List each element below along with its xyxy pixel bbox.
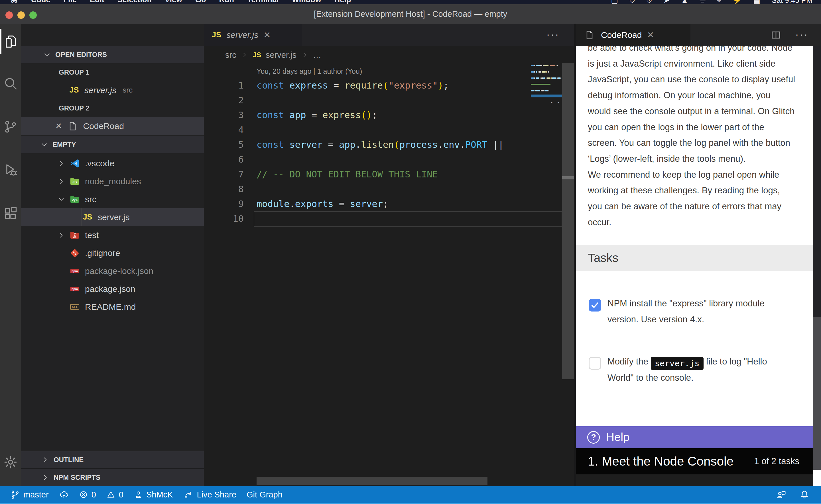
tree-item-test[interactable]: test xyxy=(21,226,204,244)
tree-item-package-lock.json[interactable]: npmpackage-lock.json xyxy=(21,262,204,280)
open-editor-item-coderoad[interactable]: ✕CodeRoad xyxy=(21,117,204,135)
section-open-editors[interactable]: OPEN EDITORS xyxy=(21,46,204,63)
activity-explorer-icon[interactable] xyxy=(0,27,21,56)
open-editors-group-label[interactable]: GROUP 2 xyxy=(21,99,204,117)
menu-item-run[interactable]: Run xyxy=(219,0,234,4)
task-checkbox-1[interactable] xyxy=(589,299,601,312)
section-npm-scripts[interactable]: NPM SCRIPTS xyxy=(21,468,204,486)
chevron-right-icon[interactable] xyxy=(57,159,68,168)
tree-item-server.js[interactable]: JSserver.js xyxy=(21,208,204,226)
menubar-status-icon[interactable]: ⌯ xyxy=(700,0,706,4)
menu-status-icons: ▢⛉⛨➤▲⌯⌖⚡▤Sat 9:45 PM xyxy=(611,0,812,4)
code-text: module.exports = server; xyxy=(257,196,388,211)
code-line-7[interactable]: 7// -- DO NOT EDIT BELOW THIS LINE xyxy=(204,167,562,182)
code-line-9[interactable]: 9module.exports = server; xyxy=(204,196,562,211)
code-line-3[interactable]: 3const app = express(); xyxy=(204,108,562,122)
paragraph-line: you can open the logs in the lower part … xyxy=(588,122,804,132)
menubar-status-icon[interactable]: ▲ xyxy=(681,0,689,4)
help-section[interactable]: ? Help xyxy=(576,426,813,448)
menubar-status-icon[interactable]: ➤ xyxy=(663,0,670,4)
file-icon xyxy=(583,29,596,41)
status-live-share[interactable]: Live Share xyxy=(183,489,236,500)
open-editors-group-label[interactable]: GROUP 1 xyxy=(21,63,204,81)
tab-coderoad[interactable]: CodeRoad ✕ xyxy=(576,24,691,46)
menu-item-file[interactable]: File xyxy=(64,0,77,4)
tree-item-src[interactable]: </>src xyxy=(21,190,204,208)
menu-item-help[interactable]: Help xyxy=(334,0,351,4)
status-bell-icon[interactable] xyxy=(799,489,810,500)
coderoad-more-actions-icon[interactable]: ··· xyxy=(795,29,808,40)
scrollbar-handle[interactable] xyxy=(562,176,574,179)
npm-icon: npm xyxy=(68,265,81,277)
paragraph-line: be able to check what’s going on in your… xyxy=(588,46,804,53)
menubar-status-icon[interactable]: ⌖ xyxy=(717,0,721,4)
vscode-icon xyxy=(68,157,81,170)
tab-server-js[interactable]: JS server.js ✕ xyxy=(204,24,302,46)
chevron-right-icon[interactable] xyxy=(57,177,68,186)
webview-scrollbar-track[interactable] xyxy=(813,46,821,317)
webview-scrollbar-thumb[interactable] xyxy=(813,317,821,470)
breadcrumb-item[interactable]: server.js xyxy=(266,50,297,60)
horizontal-scrollbar[interactable] xyxy=(257,477,487,485)
status-0[interactable]: 0 xyxy=(106,490,123,499)
editor-scrollbar[interactable] xyxy=(562,63,574,379)
menubar-status-icon[interactable]: ⛨ xyxy=(646,0,652,4)
section-outline[interactable]: OUTLINE xyxy=(21,451,204,468)
status-master[interactable]: master xyxy=(10,490,49,499)
section-folder-empty[interactable]: EMPTY xyxy=(21,136,204,153)
tree-item-.gitignore[interactable]: .gitignore xyxy=(21,244,204,262)
menu-item-go[interactable]: Go xyxy=(195,0,206,4)
tree-item-readme.md[interactable]: MREADME.md xyxy=(21,298,204,316)
tree-item-label: package-lock.json xyxy=(85,266,153,276)
menu-item-view[interactable]: View xyxy=(165,0,182,4)
tree-item-node_modules[interactable]: JSnode_modules xyxy=(21,172,204,190)
explorer-sidebar: EXPLORER OPEN EDITORSGROUP 1JSserver.jss… xyxy=(21,24,204,486)
tree-item-package.json[interactable]: npmpackage.json xyxy=(21,280,204,298)
code-line-6[interactable]: 6 xyxy=(204,152,562,167)
editor-group-divider[interactable] xyxy=(574,24,576,486)
activity-settings-icon[interactable] xyxy=(0,448,21,476)
close-editor-icon[interactable]: ✕ xyxy=(55,121,62,131)
status-0[interactable]: 0 xyxy=(79,490,96,499)
status-shmck[interactable]: ShMcK xyxy=(134,490,173,499)
menubar-status-icon[interactable]: ▤ xyxy=(753,0,760,4)
open-editor-item-server.js[interactable]: JSserver.jssrc xyxy=(21,81,204,99)
code-line-1[interactable]: 1const express = require("express"); xyxy=(204,78,562,93)
code-line-2[interactable]: 2 xyxy=(204,93,562,108)
close-tab-icon[interactable]: ✕ xyxy=(647,30,654,40)
menu-item-terminal[interactable]: Terminal xyxy=(247,0,279,4)
activity-extensions-icon[interactable] xyxy=(0,199,21,227)
status-feedback-icon[interactable] xyxy=(776,489,786,500)
menu-item-code[interactable]: Code xyxy=(31,0,50,4)
menu-item-edit[interactable]: Edit xyxy=(90,0,104,4)
tree-item-.vscode[interactable]: .vscode xyxy=(21,154,204,172)
code-line-8[interactable]: 8 xyxy=(204,182,562,196)
editor-more-actions-icon[interactable]: ··· xyxy=(546,29,559,40)
tree-item-label: README.md xyxy=(85,302,136,312)
activity-source-control-icon[interactable] xyxy=(0,112,21,141)
status-sync[interactable] xyxy=(59,490,69,499)
activity-run-debug-icon[interactable] xyxy=(0,155,21,184)
chevron-right-icon[interactable] xyxy=(57,231,68,239)
status-git-graph[interactable]: Git Graph xyxy=(247,490,283,499)
chevron-down-icon[interactable] xyxy=(57,195,68,204)
minimap[interactable] xyxy=(531,64,562,98)
breadcrumb-item[interactable]: src xyxy=(225,50,236,60)
breadcrumb-item[interactable]: … xyxy=(313,50,321,60)
menubar-status-icon[interactable]: ⛉ xyxy=(630,0,635,4)
menu-item-selection[interactable]: Selection xyxy=(117,0,152,4)
menubar-status-icon[interactable]: ▢ xyxy=(611,0,618,4)
menubar-status-icon[interactable]: ⚡ xyxy=(733,0,742,4)
task-checkbox-2[interactable] xyxy=(589,357,601,370)
breadcrumb[interactable]: srcJSserver.js… xyxy=(204,46,595,64)
apple-menu[interactable]: ⌘ xyxy=(10,0,18,4)
activity-search-icon[interactable] xyxy=(0,69,21,98)
paragraph-line: you can be aware of the nature of errors… xyxy=(588,201,804,212)
split-editor-icon[interactable] xyxy=(770,29,782,41)
code-line-5[interactable]: 5const server = app.listen(process.env.P… xyxy=(204,137,562,152)
codelens-annotation[interactable]: You, 20 days ago | 1 author (You) xyxy=(257,67,362,75)
task-text-1: NPM install the "express" library module… xyxy=(607,296,807,327)
menu-item-window[interactable]: Window xyxy=(292,0,321,4)
code-line-4[interactable]: 4 xyxy=(204,122,562,137)
close-tab-icon[interactable]: ✕ xyxy=(264,30,271,40)
